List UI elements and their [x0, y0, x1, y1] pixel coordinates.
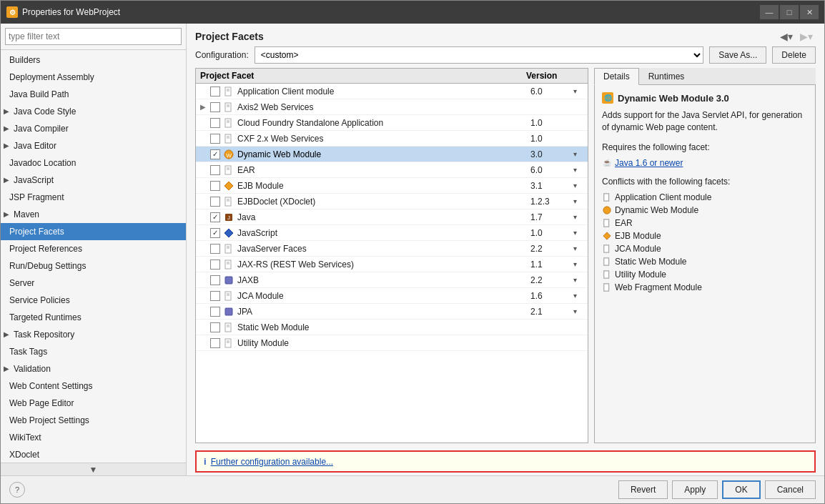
maximize-button[interactable]: □ [780, 5, 799, 19]
table-row[interactable]: ▶ JavaServer Faces 2.2▾ [196, 241, 588, 257]
tab-details[interactable]: Details [594, 68, 639, 85]
facet-checkbox-axis2[interactable] [210, 102, 220, 112]
table-row[interactable]: ▶ CXF 2.x Web Services 1.0 [196, 131, 588, 147]
facet-version-java: 1.7 [530, 212, 573, 222]
tab-runtimes[interactable]: Runtimes [639, 68, 694, 84]
facet-checkbox-jax-rs[interactable] [210, 260, 220, 270]
version-dropdown-ejb[interactable]: ▾ [573, 182, 583, 189]
table-row[interactable]: ▶ ✓ W Dynamic Web Module 3.0▾ [196, 147, 588, 162]
sidebar-item-server[interactable]: Server [1, 275, 186, 292]
version-dropdown-app-client[interactable]: ▾ [573, 87, 583, 95]
version-dropdown-java[interactable]: ▾ [573, 213, 583, 221]
facet-checkbox-jca[interactable] [210, 291, 220, 301]
svg-rect-43 [604, 219, 609, 226]
table-row[interactable]: ▶ Axis2 Web Services [196, 99, 588, 115]
facet-checkbox-jpa[interactable] [210, 307, 220, 317]
version-dropdown-ejbdoclet[interactable]: ▾ [573, 197, 583, 205]
version-dropdown-ear[interactable]: ▾ [573, 166, 583, 174]
table-row[interactable]: ▶ JPA 2.1▾ [196, 304, 588, 320]
table-row[interactable]: ▶ EAR 6.0▾ [196, 162, 588, 178]
facet-icon-dynamic-web: W [223, 149, 234, 160]
facet-checkbox-utility[interactable] [210, 338, 220, 348]
details-panel: DetailsRuntimes 🌐 Dynamic Web Module 3.0… [594, 68, 816, 443]
facet-checkbox-cloud-foundry[interactable] [210, 118, 220, 128]
ok-button[interactable]: OK [722, 480, 760, 499]
minimize-button[interactable]: — [760, 5, 779, 19]
table-row[interactable]: ▶ JAXB 2.2▾ [196, 272, 588, 288]
sidebar-item-targeted-runtimes[interactable]: Targeted Runtimes [1, 309, 186, 326]
facet-checkbox-dynamic-web[interactable]: ✓ [210, 149, 220, 159]
version-dropdown-javascript2[interactable]: ▾ [573, 229, 583, 237]
save-as-button[interactable]: Save As... [709, 46, 766, 64]
sidebar-scroll-down[interactable]: ▼ [1, 463, 186, 475]
sidebar-item-validation[interactable]: ▶Validation [1, 360, 186, 377]
req-label[interactable]: Java 1.6 or newer [615, 158, 683, 168]
search-input[interactable] [5, 28, 182, 45]
table-row[interactable]: ▶ Cloud Foundry Standalone Application 1… [196, 115, 588, 131]
table-row[interactable]: ▶ JAX-RS (REST Web Services) 1.1▾ [196, 257, 588, 272]
table-row[interactable]: ▶ EJBDoclet (XDoclet) 1.2.3▾ [196, 194, 588, 209]
sidebar-item-web-project-settings[interactable]: Web Project Settings [1, 412, 186, 429]
revert-button[interactable]: Revert [618, 480, 668, 499]
sidebar-item-web-content-settings[interactable]: Web Content Settings [1, 377, 186, 395]
table-row[interactable]: ▶ ✓ JavaScript 1.0▾ [196, 225, 588, 241]
svg-rect-34 [225, 308, 232, 315]
version-dropdown-jca[interactable]: ▾ [573, 292, 583, 300]
facet-checkbox-app-client[interactable] [210, 87, 220, 97]
sidebar-item-task-repository[interactable]: ▶Task Repository [1, 326, 186, 343]
facet-checkbox-javascript2[interactable]: ✓ [210, 228, 220, 238]
sidebar-item-web-page-editor[interactable]: Web Page Editor [1, 395, 186, 412]
sidebar-item-project-facets[interactable]: Project Facets [1, 223, 186, 240]
sidebar-item-java-compiler[interactable]: ▶Java Compiler [1, 120, 186, 137]
sidebar-item-task-tags[interactable]: Task Tags [1, 343, 186, 360]
facet-checkbox-static-web[interactable] [210, 322, 220, 332]
sidebar-item-project-references[interactable]: Project References [1, 240, 186, 257]
config-select[interactable]: <custom> [255, 46, 704, 64]
sidebar-item-deployment-assembly[interactable]: Deployment Assembly [1, 69, 186, 86]
further-config-link[interactable]: Further configuration available... [211, 457, 333, 467]
sidebar-item-xdoclet[interactable]: XDoclet [1, 446, 186, 463]
facet-checkbox-ear[interactable] [210, 165, 220, 175]
sidebar-item-java-code-style[interactable]: ▶Java Code Style [1, 103, 186, 120]
table-row[interactable]: ▶ ✓ J Java 1.7▾ [196, 209, 588, 225]
sidebar-item-javadoc-location[interactable]: Javadoc Location [1, 154, 186, 172]
sidebar-item-service-policies[interactable]: Service Policies [1, 292, 186, 309]
sidebar-item-run-debug-settings[interactable]: Run/Debug Settings [1, 257, 186, 275]
module-icon: 🌐 [602, 92, 613, 104]
version-dropdown-jpa[interactable]: ▾ [573, 307, 583, 315]
sidebar-item-jsp-fragment[interactable]: JSP Fragment [1, 189, 186, 206]
table-row[interactable]: ▶ Utility Module [196, 335, 588, 351]
delete-button[interactable]: Delete [772, 46, 816, 64]
expand-arrow: ▶ [4, 105, 12, 118]
sidebar-item-wikitext[interactable]: WikiText [1, 429, 186, 446]
close-button[interactable]: ✕ [800, 5, 819, 19]
conflict-label: Application Client module [615, 192, 711, 202]
facet-checkbox-ejbdoclet[interactable] [210, 197, 220, 207]
facet-checkbox-jaxb[interactable] [210, 275, 220, 285]
apply-button[interactable]: Apply [672, 480, 718, 499]
version-dropdown-jaxb[interactable]: ▾ [573, 276, 583, 284]
table-row[interactable]: ▶ JCA Module 1.6▾ [196, 288, 588, 304]
facet-checkbox-javaserver-faces[interactable] [210, 244, 220, 254]
sidebar-item-javascript[interactable]: ▶JavaScript [1, 172, 186, 189]
version-dropdown-jax-rs[interactable]: ▾ [573, 260, 583, 268]
table-row[interactable]: ▶ Application Client module 6.0▾ [196, 84, 588, 99]
forward-button[interactable]: ▶▾ [797, 29, 816, 44]
version-dropdown-dynamic-web[interactable]: ▾ [573, 150, 583, 158]
sidebar-item-maven[interactable]: ▶Maven [1, 206, 186, 223]
version-dropdown-javaserver-faces[interactable]: ▾ [573, 244, 583, 252]
facet-icon-jaxb [223, 275, 234, 286]
sidebar-item-java-build-path[interactable]: Java Build Path [1, 86, 186, 103]
svg-rect-24 [225, 244, 231, 253]
back-button[interactable]: ◀▾ [777, 29, 796, 44]
table-row[interactable]: ▶ Static Web Module [196, 320, 588, 335]
help-button[interactable]: ? [9, 482, 25, 498]
sidebar-item-builders[interactable]: Builders [1, 51, 186, 69]
conflict-item: EAR [602, 217, 808, 229]
table-row[interactable]: ▶ EJB Module 3.1▾ [196, 178, 588, 194]
facet-checkbox-java[interactable]: ✓ [210, 212, 220, 222]
facet-checkbox-cxf[interactable] [210, 134, 220, 144]
facet-checkbox-ejb[interactable] [210, 181, 220, 191]
cancel-button[interactable]: Cancel [765, 480, 816, 499]
sidebar-item-java-editor[interactable]: ▶Java Editor [1, 137, 186, 154]
